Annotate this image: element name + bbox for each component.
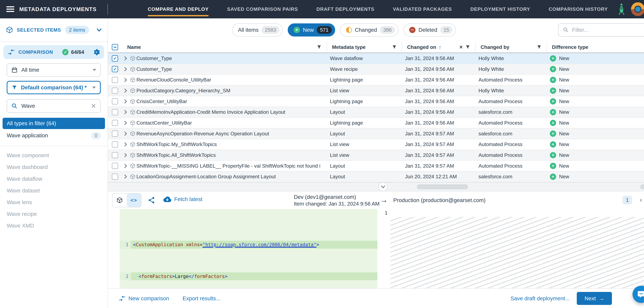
row-checkbox[interactable] (112, 66, 118, 72)
previous-diff-button[interactable]: ‹ (640, 195, 642, 204)
expand-chevron-icon[interactable] (122, 110, 129, 114)
row-name: ContactCenter_UtilityBar (136, 120, 326, 126)
expand-chevron-icon[interactable] (122, 121, 129, 125)
nav-tab[interactable]: VALIDATED PACKAGES (393, 0, 452, 18)
filter-pill[interactable]: All items 2583 (232, 23, 283, 36)
selected-items-header[interactable]: SELECTED ITEMS 2 items (0, 18, 108, 42)
table-row[interactable]: RevenueCloudConsole_UtilityBar Lightning… (108, 75, 644, 85)
expand-chevron-icon[interactable] (122, 142, 129, 147)
rocket-icon[interactable] (617, 3, 626, 15)
row-checkbox[interactable] (112, 163, 118, 169)
clear-sort-icon[interactable]: ✕ (459, 44, 463, 50)
save-draft-deployment-button[interactable]: Save draft deployment... (510, 289, 570, 308)
filter-pill[interactable]: Changed 386 (340, 23, 398, 36)
sidebar-item-wave-application[interactable]: Wave application 0 (0, 129, 108, 142)
object-view-toggle[interactable] (112, 193, 127, 207)
table-row[interactable]: LocationGroupAssignment-Location Group A… (108, 171, 644, 182)
fetch-latest-button[interactable]: Fetch latest (163, 196, 202, 202)
column-header-name[interactable]: Name (122, 42, 326, 52)
code-view-toggle[interactable]: <> (127, 193, 141, 207)
expand-chevron-icon[interactable] (122, 153, 129, 157)
table-filter-input[interactable] (572, 27, 644, 33)
row-checkbox[interactable] (112, 152, 118, 158)
table-row[interactable]: Customer_Type Wave dataflow Jan 31, 2024… (108, 53, 644, 64)
hamburger-menu-icon[interactable] (6, 6, 14, 12)
row-checkbox[interactable] (112, 173, 118, 180)
column-header-changed-by[interactable]: Changed by (475, 42, 546, 52)
nav-tab[interactable]: COMPARISON HISTORY (549, 0, 608, 18)
chevron-down-icon[interactable] (96, 28, 102, 32)
expand-chevron-icon[interactable] (122, 174, 129, 179)
row-checkbox[interactable] (112, 141, 118, 148)
table-row[interactable]: ProductCategory.Category_Hierarchy_SM Li… (108, 85, 644, 96)
row-checkbox[interactable] (112, 131, 118, 137)
expand-chevron-icon[interactable] (122, 67, 129, 71)
sidebar-type-item[interactable]: Wave recipe (0, 208, 108, 220)
next-button[interactable]: Next → (577, 292, 612, 305)
horizontal-scroll-thumb[interactable] (417, 184, 468, 189)
table-row[interactable]: ShiftWorkTopic.All_ShiftWorkTopics List … (108, 150, 644, 161)
sidebar-type-item[interactable]: Wave XMD (0, 220, 108, 232)
sidebar-type-item[interactable]: Wave dataflow (0, 173, 108, 185)
filter-funnel-icon[interactable] (392, 45, 397, 49)
table-row[interactable]: CrisisCenter_UtilityBar Lightning page J… (108, 96, 644, 107)
filter-funnel-icon[interactable] (317, 45, 322, 49)
nav-tab[interactable]: COMPARE AND DEPLOY (148, 0, 209, 18)
sidebar-item-all-types[interactable]: All types in filter (64) (2, 118, 105, 129)
row-checkbox[interactable] (112, 109, 118, 115)
horizontal-scroll-thumb[interactable] (640, 184, 644, 189)
row-difference-type: New (559, 88, 569, 93)
table-row[interactable]: Customer_Type Wave recipe Jan 31, 2024 9… (108, 64, 644, 75)
table-row[interactable]: ContactCenter_UtilityBar Lightning page … (108, 118, 644, 129)
sidebar-type-item[interactable]: Wave component (0, 150, 108, 161)
nav-tab[interactable]: SAVED COMPARISON PAIRS (227, 0, 298, 18)
table-row[interactable]: ShiftWorkTopic.My_ShiftWorkTopics List v… (108, 139, 644, 150)
sidebar-type-item[interactable]: Wave dataset (0, 185, 108, 196)
comparison-filter-select[interactable]: Default comparison (64) * (7, 81, 101, 94)
export-results-button[interactable]: Export results... (183, 289, 220, 308)
table-row[interactable]: CreditMemoInvApplication-Credit Memo Inv… (108, 107, 644, 118)
filter-funnel-icon[interactable] (466, 45, 470, 49)
row-checkbox[interactable] (112, 88, 118, 94)
gear-icon[interactable] (93, 49, 100, 56)
column-header-difference-type[interactable]: Difference type (546, 42, 644, 52)
expand-chevron-icon[interactable] (122, 88, 129, 93)
nav-tab[interactable]: DEPLOYMENT HISTORY (470, 0, 530, 18)
filter-pill[interactable]: Deleted 15 (404, 23, 456, 36)
table-row[interactable]: ShiftWorkTopic-__MISSING LABEL__ Propert… (108, 161, 644, 171)
line-number: 2 (120, 272, 131, 280)
row-checkbox[interactable] (112, 98, 118, 105)
time-filter-select[interactable]: All time (7, 63, 101, 77)
filter-funnel-icon[interactable] (537, 45, 542, 49)
row-changed-on: Jan 31, 2024 9:56 AM (402, 66, 475, 72)
filter-funnel-icon[interactable] (644, 45, 644, 49)
sidebar-type-item[interactable]: Wave dashboard (0, 161, 108, 173)
table-row[interactable]: RevenueAsyncOperation-Revenue Async Oper… (108, 129, 644, 139)
expand-chevron-icon[interactable] (122, 56, 129, 61)
column-header-metadata-type[interactable]: Metadata type (326, 42, 402, 52)
comparison-section-header[interactable]: COMPARISON ✓ 64/64 (3, 45, 104, 59)
share-icon[interactable] (148, 196, 155, 204)
type-search-input[interactable] (22, 103, 87, 109)
expand-chevron-icon[interactable] (122, 131, 129, 136)
sidebar-type-item[interactable]: Wave lens (0, 196, 108, 208)
collapse-diff-panel-button[interactable] (378, 182, 388, 191)
row-checkbox[interactable] (112, 55, 118, 62)
sort-ascending-icon[interactable]: ↑ (439, 44, 441, 50)
row-checkbox[interactable] (112, 120, 118, 126)
expand-chevron-icon[interactable] (122, 99, 129, 104)
column-header-changed-on[interactable]: Changed on ↑ ✕ (402, 42, 475, 52)
new-comparison-button[interactable]: New comparison (119, 289, 169, 308)
row-checkbox[interactable] (112, 77, 118, 83)
diff-kind-icon (409, 27, 416, 33)
account-avatar[interactable] (631, 2, 644, 16)
expand-chevron-icon[interactable] (122, 164, 129, 168)
clear-search-icon[interactable]: ✕ (91, 103, 96, 109)
nav-tab[interactable]: DRAFT DEPLOYMENTS (316, 0, 374, 18)
source-code-pane[interactable]: 1 <CustomApplication xmlns="http://soap.… (120, 209, 378, 288)
target-code-pane[interactable] (390, 209, 644, 288)
row-name: ShiftWorkTopic.All_ShiftWorkTopics (136, 152, 326, 158)
expand-chevron-icon[interactable] (122, 78, 129, 82)
select-all-checkbox[interactable] (112, 44, 118, 50)
filter-pill[interactable]: New 571 (288, 23, 335, 36)
